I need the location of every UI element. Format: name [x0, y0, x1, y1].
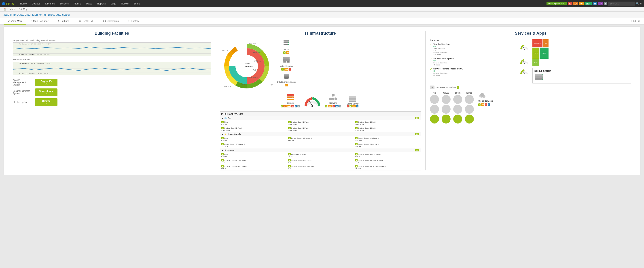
fan-cell-fan5: ● System Board 1 Fan53240 RPM	[287, 126, 354, 132]
tab-map-designer[interactable]: □ Map Designer	[26, 18, 53, 24]
app-email: E-Mail	[465, 92, 474, 123]
gear-icon: ⚙	[58, 20, 60, 22]
fan-cell-ping: ● Ping0 msec	[220, 120, 287, 126]
tab-settings[interactable]: ⚙ Settings	[53, 18, 74, 24]
email-icon[interactable]: ✉	[633, 19, 636, 23]
svg-rect-53	[349, 96, 356, 98]
nav-tickets[interactable]: Tickets	[119, 1, 131, 6]
sys-cell-pwr: ● System Board 1 Pwr Consumption38 Watt	[354, 164, 421, 170]
badge-ok[interactable]: 1638	[584, 2, 592, 5]
it-infrastructure-section: IT Infrastructure	[215, 31, 426, 170]
server-badges: 2 98	[283, 51, 289, 54]
ecom-circle-3	[453, 115, 462, 123]
building-title: Building Facilities	[13, 31, 211, 36]
app-logo[interactable]: 🔵PRTG	[2, 2, 14, 5]
svg-point-66	[542, 77, 543, 77]
badge-acknowledged[interactable]: 65	[592, 2, 597, 5]
tab-get-html[interactable]: </> Get HTML	[74, 18, 98, 24]
facility-btn-2[interactable]: Uptime OK	[35, 98, 58, 106]
svg-point-43	[292, 97, 294, 98]
services-title: Services & Apps	[430, 31, 631, 36]
host-wbem-header: ▶ 🖥 Host (WBEM)	[220, 112, 421, 116]
svg-line-52	[333, 96, 336, 98]
nav-sensors[interactable]: Sensors	[58, 1, 71, 6]
network-label: Network	[330, 102, 337, 104]
sql-item[interactable]: SQL01.prtgdemo.lan 17	[277, 73, 296, 86]
server-item[interactable]: Server 2 98	[277, 39, 296, 54]
it-layout: AutoNav ProPO ANG_LUE ANG_US FTM_4th AVS…	[220, 39, 421, 93]
badge-unusual[interactable]: 40	[579, 2, 584, 5]
facility-btn-0[interactable]: Digital IO OK	[35, 79, 58, 86]
nav-setup[interactable]: Setup	[131, 1, 142, 6]
sensor-exec-1: Sensor Execution45 msec	[433, 62, 518, 66]
fan-cell-fan2: ● System Board 1 Fan23240 RPM	[354, 120, 421, 126]
facility-label-0: Access Management System	[13, 79, 33, 86]
svg-text:ANG_LUE: ANG_LUE	[249, 42, 256, 44]
sys-cell-sys: ● System Board 1 SYS Usage600 #	[220, 164, 287, 170]
badge-critical[interactable]: 10	[568, 2, 572, 5]
nav-alarms[interactable]: Alarms	[71, 1, 84, 6]
power-cell-ping: ● Ping0 msec	[220, 136, 287, 142]
app-file: File	[430, 92, 439, 123]
sql-label: SQL01.prtgdemo.lan	[277, 81, 296, 83]
tab-view-map[interactable]: ✓ View Map	[4, 18, 26, 24]
ecom-circle-2	[453, 105, 462, 114]
svg-text:Max 27.60 %: Max 27.60 %	[18, 62, 51, 64]
badge-paused[interactable]: 37	[598, 2, 603, 5]
demo-server-item[interactable]: Demo Server 1 2 88 2	[345, 94, 360, 109]
badge-unknown[interactable]: 5	[604, 2, 607, 5]
search-input[interactable]	[608, 1, 635, 5]
badge-warning[interactable]: 17	[573, 2, 578, 5]
new-log-button[interactable]: New Log Entries 47	[546, 2, 567, 5]
svg-point-65	[542, 74, 543, 75]
power-cell-curr2: ● Power Supply 2 Current 2200 mA	[354, 142, 421, 148]
breadcrumb-maps[interactable]: Maps	[10, 8, 15, 10]
tab-comments[interactable]: 💬 Comments	[98, 18, 123, 24]
cloud-icon	[478, 92, 486, 98]
virtual-hosting-item[interactable]: Virtual Hosting 9 134 7	[277, 56, 296, 71]
fan-cell-fan1: ● System Board 1 Fan13240 RPM	[287, 120, 354, 126]
storage-item[interactable]: Storage 7 6 144 36 3 7	[281, 94, 300, 109]
svg-point-42	[292, 95, 294, 96]
svg-point-57	[524, 49, 525, 50]
xen-backup-item: VM XenServer VM Backup 2	[430, 85, 631, 89]
total-sessions: Total Sessions3 #	[433, 47, 518, 52]
page-title-bar: Map Map DataCenter Monitoring (1880, aut…	[0, 11, 644, 18]
nav-reports[interactable]: Reports	[95, 1, 108, 6]
nav-logs[interactable]: Logs	[108, 1, 118, 6]
email-circle-1	[465, 95, 474, 104]
backup-system-box: Backup System	[532, 68, 631, 84]
nav-maps[interactable]: Maps	[84, 1, 94, 6]
fan-icon: 💨	[224, 117, 227, 119]
demo-server-label: Demo Server	[346, 103, 358, 105]
rpc-info: Service: Remote Procedure C... OK Sensor…	[433, 68, 518, 76]
cloud-services-col: Cloud Services 2 55 8 3	[478, 92, 493, 123]
treemap-row-3: IMP	[532, 59, 631, 66]
nav-home[interactable]: Home	[18, 1, 29, 6]
storage-icon	[286, 94, 294, 101]
main-content: Building Facilities Temperature - Air Co…	[4, 26, 640, 175]
cloud-badges: 2 55 8 3	[478, 103, 490, 106]
database-icon	[283, 73, 290, 80]
delete-icon[interactable]: 🗑	[637, 19, 640, 23]
network-item[interactable]: Network 5 134 8 10 2	[325, 94, 342, 109]
expand-icon[interactable]: ▶	[222, 112, 223, 115]
demo-server-badges: 1 2 88 2	[346, 105, 358, 107]
app-circles-row: File WWW eCom E-M	[430, 92, 631, 123]
nav-libraries[interactable]: Libraries	[43, 1, 57, 6]
breadcrumb-edit-map[interactable]: Edit Map	[18, 8, 27, 10]
power-cell-curr1: ● Power Supply 1 Current 1400 mA	[287, 136, 354, 142]
sections-row: Building Facilities Temperature - Air Co…	[8, 31, 636, 170]
home-icon[interactable]: 🏠	[4, 8, 6, 10]
xen-badge: 2	[456, 86, 459, 89]
network-icon	[329, 94, 337, 101]
tab-history[interactable]: 🕐 History	[123, 18, 144, 24]
nav-devices[interactable]: Devices	[29, 1, 42, 6]
settings-icon[interactable]: ⚙	[640, 2, 642, 5]
svg-rect-62	[535, 74, 543, 76]
comment-icon: 💬	[103, 20, 106, 22]
system-icon: 🖥	[224, 149, 226, 151]
export-icon[interactable]: ⤴	[630, 19, 632, 23]
search-icon[interactable]: 🔍	[636, 2, 639, 5]
facility-btn-1[interactable]: Surveillance OK	[35, 88, 58, 96]
